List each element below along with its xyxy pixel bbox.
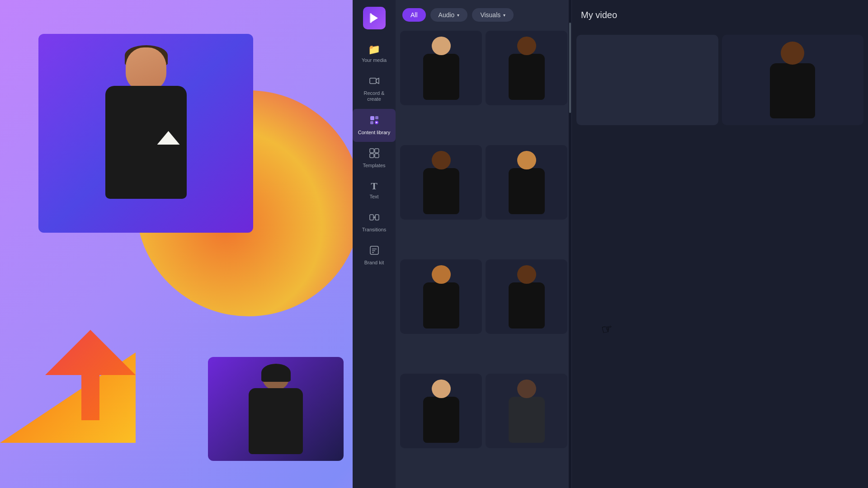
svg-rect-6 [370, 121, 373, 124]
avatar-card-7[interactable] [400, 374, 482, 448]
right-panel-content [572, 30, 868, 488]
scrollbar-thumb[interactable] [569, 23, 571, 113]
visuals-dropdown-arrow: ▾ [503, 13, 505, 18]
folder-icon: 📁 [368, 45, 380, 55]
scrollbar-divider [569, 0, 571, 488]
filter-all-button[interactable]: All [402, 8, 426, 22]
mini-head-8 [517, 380, 536, 399]
mini-avatar-6 [509, 265, 545, 328]
content-header: All Audio ▾ Visuals ▾ [396, 0, 572, 27]
avatar-card-8[interactable] [486, 374, 567, 448]
svg-rect-9 [370, 149, 374, 153]
sidebar-item-content-library[interactable]: Content library [353, 109, 396, 142]
sidebar-item-record-label: Record & create [356, 90, 392, 102]
svg-rect-4 [370, 116, 374, 120]
content-library-icon [369, 115, 379, 127]
mini-head-7 [432, 380, 451, 399]
sidebar: 📁 Your media Record & create Content lib… [353, 0, 396, 488]
svg-rect-5 [375, 116, 378, 119]
mini-body-5 [423, 282, 459, 328]
featured-avatar [770, 42, 815, 118]
svg-rect-16 [370, 246, 378, 254]
mini-avatar-4 [509, 151, 545, 214]
tag-icon [369, 245, 379, 255]
text-icon: T [371, 181, 377, 191]
avatar-body [105, 86, 187, 199]
mini-avatar-8 [509, 380, 545, 443]
featured-card-2[interactable] [722, 35, 864, 125]
second-video-panel [208, 357, 344, 461]
avatar-card-5[interactable] [400, 259, 482, 334]
main-video-panel [38, 34, 253, 233]
second-avatar [240, 364, 312, 454]
mini-avatar-3 [423, 151, 459, 214]
mini-avatar-7 [423, 380, 459, 443]
audio-label: Audio [439, 11, 455, 19]
transitions-icon [369, 212, 379, 224]
visuals-label: Visuals [480, 11, 500, 19]
featured-card-1[interactable] [576, 35, 718, 125]
mini-avatar-2 [509, 37, 545, 100]
my-video-title: My video [581, 10, 617, 20]
svg-rect-14 [375, 215, 379, 220]
record-icon [369, 76, 379, 88]
mini-head-3 [432, 151, 451, 170]
grid-icon [369, 148, 379, 158]
avatar-card-2[interactable] [486, 31, 567, 105]
avatar-card-6[interactable] [486, 259, 567, 334]
sidebar-item-brand-kit-label: Brand kit [364, 260, 384, 266]
avatar-hoodie-collar [157, 131, 180, 145]
right-panel: My video [572, 0, 868, 488]
second-avatar-hair [261, 364, 291, 382]
mini-body-4 [509, 168, 545, 214]
featured-avatar-body [770, 63, 815, 118]
logo-icon [368, 12, 381, 24]
app-logo [363, 7, 386, 29]
svg-rect-2 [370, 78, 376, 84]
sidebar-item-your-media-label: Your media [362, 57, 387, 63]
filter-audio-button[interactable]: Audio ▾ [430, 8, 468, 22]
camera-icon [369, 76, 379, 86]
sidebar-item-templates-label: Templates [363, 163, 385, 169]
main-avatar-figure [83, 43, 209, 224]
mini-head-6 [517, 265, 536, 284]
mini-body-6 [509, 282, 545, 328]
audio-dropdown-arrow: ▾ [457, 13, 459, 18]
svg-marker-0 [371, 14, 378, 23]
sidebar-item-content-library-label: Content library [358, 130, 391, 136]
mini-body-7 [423, 397, 459, 442]
sidebar-item-brand-kit[interactable]: Brand kit [353, 239, 396, 272]
featured-avatar-head [781, 42, 804, 65]
filter-visuals-button[interactable]: Visuals ▾ [472, 8, 514, 22]
content-panel: All Audio ▾ Visuals ▾ [396, 0, 572, 488]
right-panel-header: My video [572, 0, 868, 30]
sidebar-item-record-create[interactable]: Record & create [353, 70, 396, 108]
brand-kit-icon [369, 245, 379, 257]
sidebar-item-templates[interactable]: Templates [353, 142, 396, 175]
sidebar-item-your-media[interactable]: 📁 Your media [353, 38, 396, 70]
mini-body-3 [423, 168, 459, 214]
avatar-card-4[interactable] [486, 145, 567, 220]
avatar-card-3[interactable] [400, 145, 482, 220]
mini-head-4 [517, 151, 536, 170]
mini-avatar-5 [423, 265, 459, 328]
transition-arrows-icon [369, 212, 379, 222]
second-avatar-body [249, 388, 303, 454]
svg-rect-12 [375, 154, 379, 158]
avatar-card-1[interactable] [400, 31, 482, 105]
sidebar-item-transitions[interactable]: Transitions [353, 206, 396, 239]
svg-rect-1 [370, 13, 372, 23]
mini-avatar-1 [423, 37, 459, 100]
mini-body-8 [509, 397, 545, 442]
media-icon [369, 115, 379, 125]
mini-head-1 [432, 37, 451, 56]
mini-head-2 [517, 37, 536, 56]
sidebar-item-transitions-label: Transitions [362, 227, 386, 233]
svg-rect-10 [375, 149, 379, 153]
sidebar-item-text[interactable]: T Text [353, 175, 396, 206]
svg-rect-13 [370, 215, 373, 220]
svg-rect-11 [370, 154, 374, 158]
svg-marker-3 [376, 78, 379, 84]
mini-head-5 [432, 265, 451, 284]
mini-body-1 [423, 54, 459, 99]
